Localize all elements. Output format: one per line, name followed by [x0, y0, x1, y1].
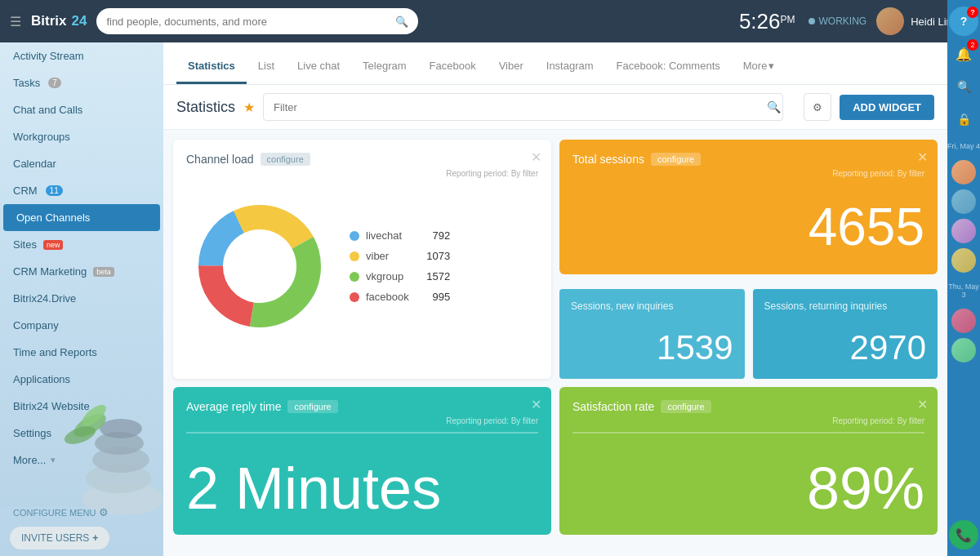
notifications-button[interactable]: 🔔 2	[949, 39, 978, 69]
avatar-4[interactable]	[951, 248, 976, 273]
new-inquiries-label: Sessions, new inquiries	[571, 300, 733, 312]
sidebar-label: Activity Stream	[13, 50, 84, 62]
search-input[interactable]	[106, 16, 388, 28]
right-panel: ? ? 🔔 2 🔍 🔒 Fri, May 4 Thu, May 3 📞	[947, 0, 980, 556]
avg-reply-value: 2 Minutes	[186, 438, 538, 522]
channel-load-reporting: Reporting period: By filter	[186, 169, 538, 178]
sidebar-item-workgroups[interactable]: Workgroups	[0, 123, 163, 150]
avatar-3[interactable]	[951, 219, 976, 243]
search-icon: 🔍	[395, 16, 408, 28]
sidebar-item-calendar[interactable]: Calendar	[0, 150, 163, 177]
sidebar-item-company[interactable]: Company	[0, 312, 163, 339]
sidebar-item-open-channels[interactable]: Open Channels	[3, 204, 160, 231]
favorite-star-icon[interactable]: ★	[243, 100, 255, 115]
sidebar-item-bitrix24-website[interactable]: Bitrix24 Website	[0, 393, 163, 420]
sidebar-item-crm[interactable]: CRM 11	[0, 177, 163, 204]
help-button[interactable]: ? ?	[949, 7, 978, 36]
donut-chart	[186, 193, 333, 340]
tab-list[interactable]: List	[247, 60, 286, 84]
crm-marketing-beta-badge: beta	[93, 267, 114, 277]
avg-reply-divider	[186, 432, 538, 434]
sidebar-label: Calendar	[13, 158, 56, 170]
gear-icon: ⚙	[813, 101, 822, 113]
legend-vkgroup: vkgroup 1572	[350, 270, 450, 282]
viber-dot	[350, 251, 359, 261]
configure-menu-button[interactable]: CONFIGURE MENU ⚙	[10, 503, 154, 522]
widget-settings-button[interactable]: ⚙	[804, 93, 831, 121]
content-area: Statistics List Live chat Telegram Faceb…	[163, 42, 947, 556]
notification-badge: 2	[967, 39, 978, 51]
svg-point-12	[229, 235, 291, 297]
tab-viber[interactable]: Viber	[488, 60, 535, 84]
avatar-2[interactable]	[951, 189, 976, 214]
sidebar-item-crm-marketing[interactable]: CRM Marketing beta	[0, 258, 163, 285]
total-sessions-reporting: Reporting period: By filter	[572, 169, 924, 178]
sessions-row: Sessions, new inquiries 1539 Sessions, r…	[559, 289, 938, 379]
header: ☰ Bitrix 24 🔍 5:26PM WORKING Heidi Ling …	[0, 0, 980, 42]
channel-load-configure[interactable]: configure	[261, 153, 310, 166]
tab-instagram[interactable]: Instagram	[535, 60, 605, 84]
sidebar-item-time-reports[interactable]: Time and Reports	[0, 339, 163, 366]
avatar-6[interactable]	[951, 338, 976, 363]
livechat-dot	[350, 231, 359, 241]
sidebar-item-more[interactable]: More... ▾	[0, 447, 163, 474]
sidebar-item-activity-stream[interactable]: Activity Stream	[0, 42, 163, 69]
tab-facebook-comments[interactable]: Facebook: Comments	[605, 60, 732, 84]
satisfaction-widget: Satisfaction rate configure ✕ Reporting …	[559, 387, 938, 535]
friday-avatars	[951, 160, 976, 273]
help-badge: ?	[967, 7, 978, 18]
plus-icon: +	[92, 532, 98, 544]
tab-telegram[interactable]: Telegram	[351, 60, 417, 84]
thursday-avatars	[951, 309, 976, 363]
avatar-1[interactable]	[951, 160, 976, 185]
sidebar-label: Bitrix24 Website	[13, 400, 90, 412]
avg-reply-widget: Average reply time configure ✕ Reporting…	[173, 387, 551, 535]
add-widget-button[interactable]: ADD WIDGET	[840, 95, 934, 120]
date-fri: Fri, May 4	[947, 142, 980, 150]
avatar-5[interactable]	[951, 309, 976, 333]
lock-button[interactable]: 🔒	[949, 105, 978, 134]
filter-input[interactable]	[263, 93, 783, 121]
sidebar-label: CRM Marketing	[13, 265, 87, 278]
phone-button[interactable]: 📞	[949, 520, 978, 549]
avg-reply-close[interactable]: ✕	[531, 397, 541, 412]
channel-load-close[interactable]: ✕	[531, 149, 541, 165]
total-sessions-close[interactable]: ✕	[917, 149, 928, 165]
sidebar-item-tasks[interactable]: Tasks 7	[0, 69, 163, 96]
invite-users-button[interactable]: INVITE USERS +	[10, 527, 109, 549]
crm-badge: 11	[46, 185, 63, 196]
total-sessions-title: Total sessions configure	[572, 153, 924, 166]
configure-menu-label: CONFIGURE MENU	[13, 508, 96, 518]
legend-facebook: facebook 995	[350, 291, 450, 303]
satisfaction-close[interactable]: ✕	[917, 397, 928, 412]
new-inquiries-value: 1539	[571, 328, 733, 367]
global-search[interactable]: 🔍	[96, 8, 417, 34]
tab-statistics[interactable]: Statistics	[176, 60, 247, 84]
sidebar-bottom: CONFIGURE MENU ⚙ INVITE USERS +	[0, 496, 163, 556]
total-sessions-value: 4655	[572, 185, 924, 261]
gear-icon: ⚙	[99, 506, 109, 518]
tasks-badge: 7	[48, 78, 61, 88]
channel-load-title: Channel load configure	[186, 153, 538, 166]
total-sessions-configure[interactable]: configure	[651, 153, 701, 166]
tab-live-chat[interactable]: Live chat	[286, 60, 351, 84]
tab-more[interactable]: More ▾	[732, 60, 786, 84]
hamburger-menu[interactable]: ☰	[10, 14, 21, 29]
sidebar-item-settings[interactable]: Settings	[0, 420, 163, 447]
avg-reply-configure[interactable]: configure	[287, 400, 337, 413]
total-sessions-widget: Total sessions configure ✕ Reporting per…	[559, 140, 938, 274]
search-button[interactable]: 🔍	[949, 72, 978, 101]
sidebar-item-chat-calls[interactable]: Chat and Calls	[0, 96, 163, 123]
logo-num: 24	[71, 13, 87, 29]
sidebar-item-bitrix24-drive[interactable]: Bitrix24.Drive	[0, 285, 163, 312]
sidebar-item-sites[interactable]: Sites new	[0, 231, 163, 258]
sites-new-badge: new	[43, 240, 64, 250]
legend-livechat: livechat 792	[350, 229, 450, 242]
returning-inquiries-widget: Sessions, returning inquiries 2970	[753, 289, 938, 379]
facebook-dot	[350, 292, 359, 302]
sidebar-item-applications[interactable]: Applications	[0, 366, 163, 393]
avg-reply-reporting: Reporting period: By filter	[186, 416, 538, 425]
satisfaction-value: 89%	[572, 438, 924, 522]
tab-facebook[interactable]: Facebook	[418, 60, 488, 84]
satisfaction-configure[interactable]: configure	[661, 400, 710, 413]
